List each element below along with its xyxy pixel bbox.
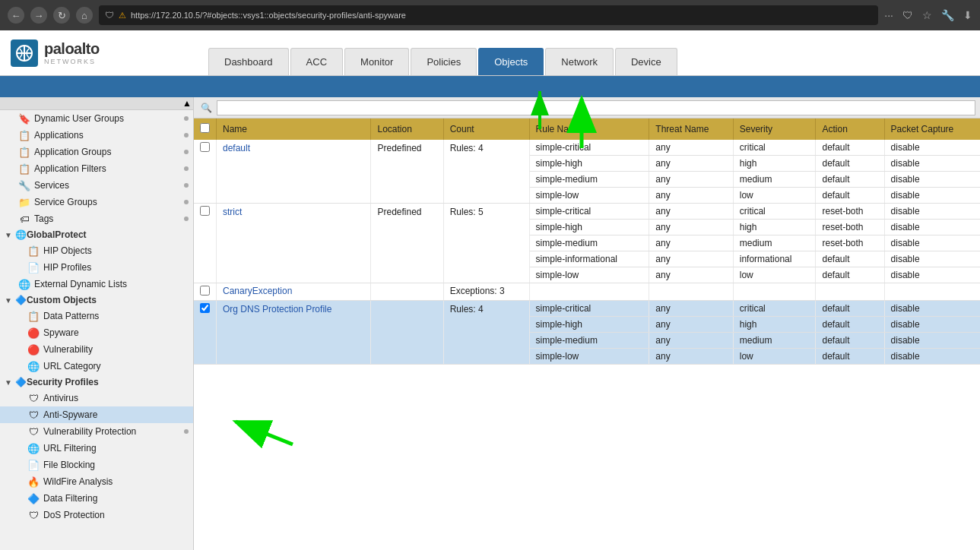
sidebar-group-security-profiles[interactable]: ▼ 🔷 Security Profiles	[0, 375, 193, 390]
sidebar-item-file-blocking[interactable]: 📄 File Blocking	[0, 457, 193, 473]
table-row: Org DNS Protection Profile Rules: 4 simp…	[194, 301, 980, 317]
home-button[interactable]: ⌂	[76, 7, 93, 24]
sidebar-item-vulnerability[interactable]: 🔴 Vulnerability	[0, 341, 193, 358]
tab-objects[interactable]: Objects	[478, 48, 544, 75]
sidebar-item-anti-spyware[interactable]: 🛡 Anti-Spyware	[0, 406, 193, 423]
row-severity: low	[733, 349, 816, 365]
download-icon[interactable]: ⬇	[963, 9, 972, 21]
sidebar-label-antivirus: Antivirus	[43, 393, 78, 403]
row-action: default	[816, 156, 884, 172]
row-packet-capture	[884, 283, 980, 301]
wrench-icon[interactable]: 🔧	[941, 9, 954, 21]
shield-icon: 🛡	[105, 10, 114, 21]
row-severity: high	[733, 220, 816, 235]
sidebar-item-service-groups[interactable]: 📁 Service Groups	[0, 194, 193, 210]
content-toolbar: 🔍	[194, 97, 980, 119]
row-count: Rules: 5	[443, 204, 529, 283]
bookmark-shield-icon[interactable]: 🛡	[902, 9, 913, 21]
row-action: default	[816, 172, 884, 188]
sidebar-item-vulnerability-protection[interactable]: 🛡 Vulnerability Protection	[0, 423, 193, 440]
sidebar-group-custom-objects[interactable]: ▼ 🔷 Custom Objects	[0, 292, 193, 308]
sidebar-item-external-dynamic-lists[interactable]: 🌐 External Dynamic Lists	[0, 276, 193, 292]
main-layout: ▲ 🔖 Dynamic User Groups 📋 Applications 📋…	[0, 97, 980, 550]
row-checkbox[interactable]	[200, 142, 210, 152]
row-name[interactable]: Org DNS Protection Profile	[217, 301, 371, 365]
sidebar-item-tags[interactable]: 🏷 Tags	[0, 210, 193, 227]
tab-acc[interactable]: ACC	[290, 48, 343, 75]
row-action: reset-both	[816, 220, 884, 235]
sidebar-item-services[interactable]: 🔧 Services	[0, 177, 193, 194]
dot-indicator	[184, 150, 189, 154]
sidebar-item-application-groups[interactable]: 📋 Application Groups	[0, 144, 193, 160]
row-threat-name: any	[649, 220, 733, 235]
forward-button[interactable]: →	[30, 7, 47, 24]
sidebar-label-url-category: URL Category	[43, 361, 101, 371]
sidebar-item-data-patterns[interactable]: 📋 Data Patterns	[0, 308, 193, 324]
sidebar-label-tags: Tags	[34, 213, 53, 224]
name-link[interactable]: strict	[223, 207, 242, 217]
row-severity: low	[733, 188, 816, 204]
row-threat-name: any	[649, 333, 733, 349]
row-name[interactable]: CanaryException	[217, 283, 371, 301]
back-button[interactable]: ←	[8, 7, 24, 24]
sidebar-group-globalprotect[interactable]: ▼ 🌐 GlobalProtect	[0, 227, 193, 242]
sidebar-item-hip-profiles[interactable]: 📄 HIP Profiles	[0, 259, 193, 276]
row-severity: informational	[733, 251, 816, 267]
tab-monitor[interactable]: Monitor	[344, 48, 409, 75]
sidebar-item-application-filters[interactable]: 📋 Application Filters	[0, 160, 193, 177]
tab-dashboard[interactable]: Dashboard	[208, 48, 289, 75]
tab-policies[interactable]: Policies	[411, 48, 477, 75]
row-packet-capture: disable	[884, 220, 980, 235]
row-threat-name: any	[649, 251, 733, 267]
more-button[interactable]: ···	[884, 9, 893, 21]
row-name[interactable]: default	[217, 140, 371, 204]
col-header-checkbox	[194, 119, 217, 140]
row-checkbox[interactable]	[200, 206, 210, 216]
row-rule-name: simple-critical	[529, 301, 649, 317]
row-packet-capture: disable	[884, 317, 980, 333]
tab-device[interactable]: Device	[615, 48, 677, 75]
sidebar-item-url-filtering[interactable]: 🌐 URL Filtering	[0, 440, 193, 457]
sidebar-item-data-filtering[interactable]: 🔷 Data Filtering	[0, 490, 193, 507]
table-scroll-container[interactable]: Name Location Count Rule Name Threat Nam…	[194, 119, 980, 550]
name-link[interactable]: CanaryException	[223, 286, 292, 296]
table-row: default Predefined Rules: 4 simple-criti…	[194, 140, 980, 156]
hip-profiles-icon: 📄	[27, 261, 40, 273]
star-icon[interactable]: ☆	[922, 9, 932, 21]
custom-objects-icon: 🔷	[15, 295, 27, 305]
name-link[interactable]: Org DNS Protection Profile	[223, 304, 331, 315]
sidebar-item-wildfire-analysis[interactable]: 🔥 WildFire Analysis	[0, 473, 193, 490]
row-checkbox[interactable]	[200, 286, 210, 296]
sidebar-item-antivirus[interactable]: 🛡 Antivirus	[0, 390, 193, 406]
name-link[interactable]: default	[223, 143, 250, 153]
sidebar-item-dos-protection[interactable]: 🛡 DoS Protection	[0, 507, 193, 523]
url-category-icon: 🌐	[27, 360, 40, 372]
row-rule-name: simple-informational	[529, 251, 649, 267]
search-input[interactable]	[217, 100, 975, 115]
row-name[interactable]: strict	[217, 204, 371, 283]
sidebar-item-hip-objects[interactable]: 📋 HIP Objects	[0, 242, 193, 259]
row-checkbox[interactable]	[200, 303, 210, 313]
dot-indicator	[184, 116, 189, 121]
data-filtering-icon: 🔷	[27, 492, 40, 504]
anti-spyware-table: Name Location Count Rule Name Threat Nam…	[194, 119, 980, 365]
sidebar-item-spyware[interactable]: 🔴 Spyware	[0, 324, 193, 341]
sidebar-item-dynamic-user-groups[interactable]: 🔖 Dynamic User Groups	[0, 110, 193, 127]
sidebar-label-dynamic-user-groups: Dynamic User Groups	[34, 113, 124, 124]
row-action: default	[816, 333, 884, 349]
dot-indicator	[184, 133, 189, 138]
dot-indicator	[184, 217, 189, 221]
search-icon[interactable]: 🔍	[198, 100, 214, 115]
row-rule-name: simple-high	[529, 317, 649, 333]
row-threat-name: any	[649, 235, 733, 251]
sidebar-item-url-category[interactable]: 🌐 URL Category	[0, 358, 193, 375]
row-rule-name: simple-critical	[529, 204, 649, 220]
sidebar-item-applications[interactable]: 📋 Applications	[0, 127, 193, 144]
content-area: 🔍 Name Location Count Rule Name Threat N…	[194, 97, 980, 550]
sidebar-scroll-up[interactable]: ▲	[0, 97, 193, 110]
reload-button[interactable]: ↻	[53, 7, 70, 24]
dynamic-user-groups-icon: 🔖	[18, 112, 30, 125]
select-all-checkbox[interactable]	[200, 123, 210, 133]
sidebar-label-hip-profiles: HIP Profiles	[43, 262, 91, 273]
tab-network[interactable]: Network	[545, 48, 614, 75]
